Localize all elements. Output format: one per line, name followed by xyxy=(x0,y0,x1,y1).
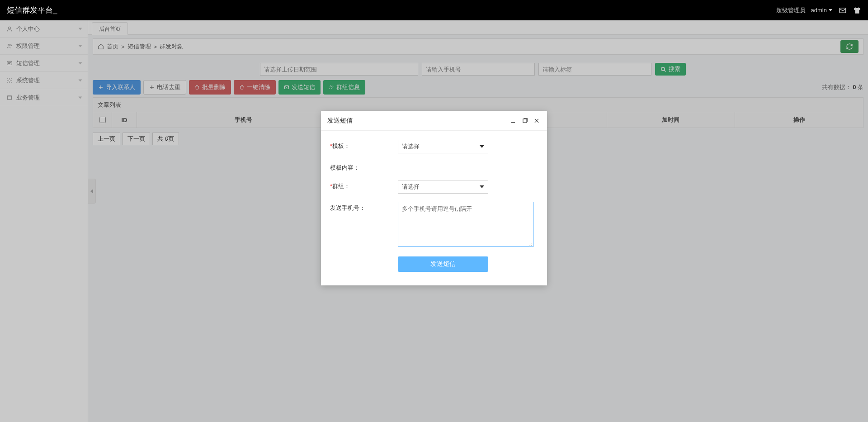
group-label: *群组： xyxy=(330,180,398,190)
top-bar: 短信群发平台_ 超级管理员 admin xyxy=(0,0,868,20)
skin-icon[interactable] xyxy=(853,6,861,14)
template-select[interactable]: 请选择 xyxy=(398,140,488,153)
modal-title: 发送短信 xyxy=(327,117,353,125)
group-select[interactable]: 请选择 xyxy=(398,180,488,194)
submit-send-button[interactable]: 发送短信 xyxy=(398,256,488,272)
send-sms-modal: 发送短信 *模板： 请选择 模板内容： xyxy=(321,111,547,285)
caret-down-icon xyxy=(829,9,832,11)
caret-down-icon xyxy=(480,185,484,188)
modal-controls xyxy=(509,117,541,125)
mail-icon[interactable] xyxy=(839,6,847,14)
user-dropdown[interactable]: 超级管理员 admin xyxy=(776,6,832,14)
content-label: 模板内容： xyxy=(330,161,398,172)
svg-rect-20 xyxy=(523,119,527,122)
top-right: 超级管理员 admin xyxy=(776,6,861,14)
app-title: 短信群发平台_ xyxy=(7,5,57,15)
user-role: 超级管理员 xyxy=(776,6,806,14)
form-row-group: *群组： 请选择 xyxy=(330,180,538,194)
close-button[interactable] xyxy=(533,117,541,125)
modal-header: 发送短信 xyxy=(321,111,547,131)
template-label: *模板： xyxy=(330,140,398,150)
minimize-button[interactable] xyxy=(509,117,517,125)
phone-textarea[interactable] xyxy=(398,202,533,247)
maximize-button[interactable] xyxy=(521,117,529,125)
form-row-content: 模板内容： xyxy=(330,161,538,172)
modal-mask: 发送短信 *模板： 请选择 模板内容： xyxy=(0,20,868,422)
phone-label: 发送手机号： xyxy=(330,202,398,212)
modal-body: *模板： 请选择 模板内容： *群组： 请选择 xyxy=(321,131,547,285)
form-row-phone: 发送手机号： xyxy=(330,202,538,248)
form-row-template: *模板： 请选择 xyxy=(330,140,538,153)
caret-down-icon xyxy=(480,145,484,148)
user-name: admin xyxy=(811,7,827,14)
